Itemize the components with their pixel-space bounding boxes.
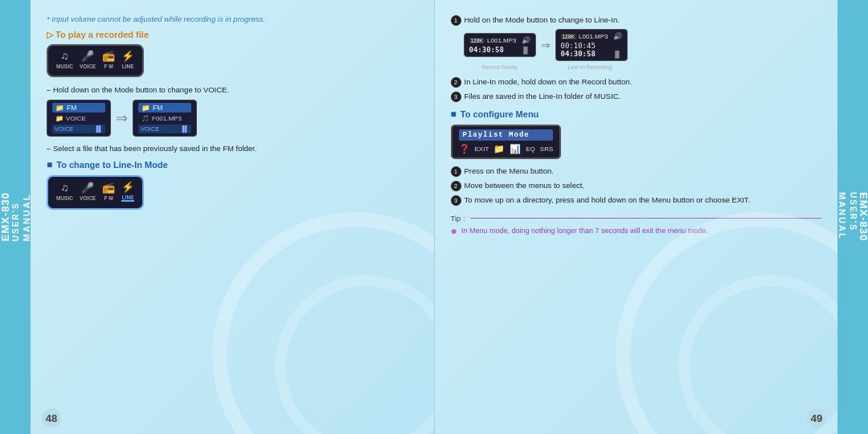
arrow-icon-2: ⇒ bbox=[541, 39, 551, 51]
playlist-icons: ❓ EXIT 📁 📊 EQ SRS bbox=[459, 144, 554, 154]
line-in-label: Line-In Recording bbox=[568, 64, 612, 70]
fm-bar: 📁 FM bbox=[52, 103, 105, 113]
step2-text: In Line-In mode, hold down on the Record… bbox=[465, 76, 633, 87]
music-icon-item-2: ♫ MUSIC bbox=[56, 182, 73, 201]
note-text: * Input volume cannot be adjusted while … bbox=[47, 14, 418, 23]
voice-mode-instruction: – Hold down on the Mode button to change… bbox=[47, 84, 418, 96]
tip-divider bbox=[470, 218, 821, 219]
arrow-icon: ⇒ bbox=[116, 109, 128, 127]
section2-header-right: To configure Menu bbox=[451, 108, 822, 120]
voice-item: 📁 VOICE bbox=[52, 114, 105, 123]
left-page-number: 48 bbox=[42, 408, 61, 428]
left-spine-text: EMX-830 USER'S MANUAL bbox=[0, 192, 31, 241]
menu-step1-text: Press on the Menu button. bbox=[465, 166, 554, 176]
voice-icon-item-2: 🎤 VOICE bbox=[80, 182, 96, 201]
menu-step1: 1 Press on the Menu button. bbox=[451, 166, 822, 177]
left-page: * Input volume cannot be adjusted while … bbox=[31, 0, 435, 434]
chart-icon: 📊 bbox=[510, 144, 521, 154]
bitrate-badge-1: 128K bbox=[469, 38, 485, 43]
rec-icon-1: 🔊 bbox=[522, 36, 530, 44]
device-icon-display-1: ♫ MUSIC 🎤 VOICE 📻 F M ⚡ LINE bbox=[47, 44, 144, 77]
right-spine: EMX-830 USER'S MANUAL bbox=[837, 0, 868, 434]
fm-bar-2: 📁 FM bbox=[138, 103, 191, 113]
fm-icon: 📻 bbox=[102, 50, 115, 62]
rec-indicator-2: ▐▌ bbox=[612, 51, 621, 58]
step2-item: 2 In Line-In mode, hold down on the Reco… bbox=[451, 76, 822, 88]
step1-text: Hold on the Mode button to change to Lin… bbox=[465, 14, 620, 25]
music-icon-2: ♫ bbox=[61, 182, 69, 194]
record-ready-label: Record Ready bbox=[464, 64, 536, 70]
rec-indicator-1: ▐▌ bbox=[521, 47, 530, 54]
step3-badge: 3 bbox=[451, 92, 461, 102]
screen-labels: Record Ready Line-In Recording bbox=[464, 63, 822, 70]
folder-pl-icon: 📁 bbox=[493, 144, 505, 154]
menu-step3: 3 To move up on a directory, press and h… bbox=[451, 194, 822, 206]
fm-icon-item-2: 📻 F M bbox=[102, 182, 115, 201]
rec-time-2: 00:10:45 bbox=[561, 42, 622, 50]
music-icon: ♫ bbox=[61, 50, 69, 62]
folder-icon-2: 📁 bbox=[55, 115, 63, 122]
menu-step3-badge: 3 bbox=[451, 195, 461, 206]
folder-icon: 📁 bbox=[55, 104, 64, 112]
record-ready-screen: 128K L001.MP3 🔊 04:30:58 ▐▌ bbox=[464, 33, 536, 57]
eq-icon: EQ bbox=[526, 145, 535, 153]
rec-time-1: 04:30:58 bbox=[469, 46, 504, 54]
section2-header: To change to Line-In Mode bbox=[47, 159, 418, 170]
playlist-title: Playlist Mode bbox=[459, 129, 554, 141]
section1-header: ▷ To play a recorded file bbox=[47, 30, 418, 40]
line-icon-2: ⚡ bbox=[121, 181, 134, 193]
right-spine-text: EMX-830 USER'S MANUAL bbox=[837, 192, 869, 241]
rec-top-1: 128K L001.MP3 🔊 bbox=[469, 36, 530, 44]
filename-1: L001.MP3 bbox=[487, 37, 516, 44]
device-icon-display-2: ♫ MUSIC 🎤 VOICE 📻 F M ⚡ LINE bbox=[47, 175, 144, 210]
step3-text: Files are saved in the Line-In folder of… bbox=[465, 91, 621, 101]
menu-step1-badge: 1 bbox=[451, 166, 461, 177]
fm-icon-item: 📻 F M bbox=[102, 50, 115, 69]
rec-icon-2: 🔊 bbox=[613, 32, 622, 40]
step3-item: 3 Files are saved in the Line-In folder … bbox=[451, 91, 822, 102]
menu-step2-badge: 2 bbox=[451, 181, 461, 191]
filename-2: L001.MP3 bbox=[579, 33, 608, 40]
menu-step3-text: To move up on a directory, press and hol… bbox=[465, 194, 751, 205]
exit-icon: EXIT bbox=[475, 145, 489, 153]
rec-footer-2: 04:30:58 ▐▌ bbox=[561, 50, 622, 58]
left-spine: EMX-830 USER'S MANUAL bbox=[0, 0, 31, 434]
mode-footer-2: VOICE ▐▌ bbox=[138, 125, 191, 133]
mic-icon: 🎤 bbox=[81, 50, 94, 62]
voice-icon-item: 🎤 VOICE bbox=[80, 50, 96, 69]
line-icon-item: ⚡ LINE bbox=[121, 50, 134, 69]
menu-step2: 2 Move between the menus to select. bbox=[451, 180, 822, 191]
mode-screen-2: 📁 FM 🎵 F001.MP3 VOICE ▐▌ bbox=[133, 100, 197, 137]
tip-label-text: Tip : bbox=[451, 214, 465, 223]
srs-icon: SRS bbox=[540, 145, 553, 153]
step2-badge: 2 bbox=[451, 77, 461, 88]
screens-row-1: 📁 FM 📁 VOICE VOICE ▐▌ ⇒ 📁 FM 🎵 F001.MP3 bbox=[47, 100, 418, 137]
playlist-screen: Playlist Mode ❓ EXIT 📁 📊 EQ SRS bbox=[451, 125, 562, 159]
line-icon: ⚡ bbox=[121, 50, 134, 62]
f001-item: 🎵 F001.MP3 bbox=[138, 114, 191, 123]
right-page: 1 Hold on the Mode button to change to L… bbox=[435, 0, 838, 434]
file-icon: 🎵 bbox=[141, 115, 149, 122]
tip-dot-icon: ● bbox=[451, 225, 457, 236]
tip-section: Tip : ● In Menu mode, doing nothing long… bbox=[451, 214, 822, 236]
bitrate-badge-2: 128K bbox=[561, 34, 577, 39]
right-page-number: 49 bbox=[807, 408, 826, 428]
mic-icon-2: 🎤 bbox=[81, 182, 94, 194]
rec-footer-1: 04:30:58 ▐▌ bbox=[469, 46, 530, 54]
fm-icon-2: 📻 bbox=[102, 182, 115, 194]
mode-screen-1: 📁 FM 📁 VOICE VOICE ▐▌ bbox=[47, 100, 111, 137]
tip-text: In Menu mode, doing nothing longer than … bbox=[461, 226, 708, 236]
step1-item: 1 Hold on the Mode button to change to L… bbox=[451, 14, 822, 26]
mode-footer-1: VOICE ▐▌ bbox=[52, 125, 105, 133]
tip-bullet: ● In Menu mode, doing nothing longer tha… bbox=[451, 226, 822, 236]
menu-step2-text: Move between the menus to select. bbox=[465, 180, 584, 190]
rec-time-3: 04:30:58 bbox=[561, 50, 596, 58]
fm-folder-instruction: – Select a file that has been previously… bbox=[47, 143, 418, 154]
music-icon-item: ♫ MUSIC bbox=[56, 50, 73, 69]
line-icon-item-2: ⚡ LINE bbox=[121, 181, 134, 202]
rec-top-2: 128K L001.MP3 🔊 bbox=[561, 32, 622, 40]
question-icon: ❓ bbox=[459, 144, 470, 154]
tip-label-row: Tip : bbox=[451, 214, 822, 223]
page-container: EMX-830 USER'S MANUAL * Input volume can… bbox=[0, 0, 868, 434]
line-in-recording-screen: 128K L001.MP3 🔊 00:10:45 04:30:58 ▐▌ bbox=[555, 29, 628, 61]
